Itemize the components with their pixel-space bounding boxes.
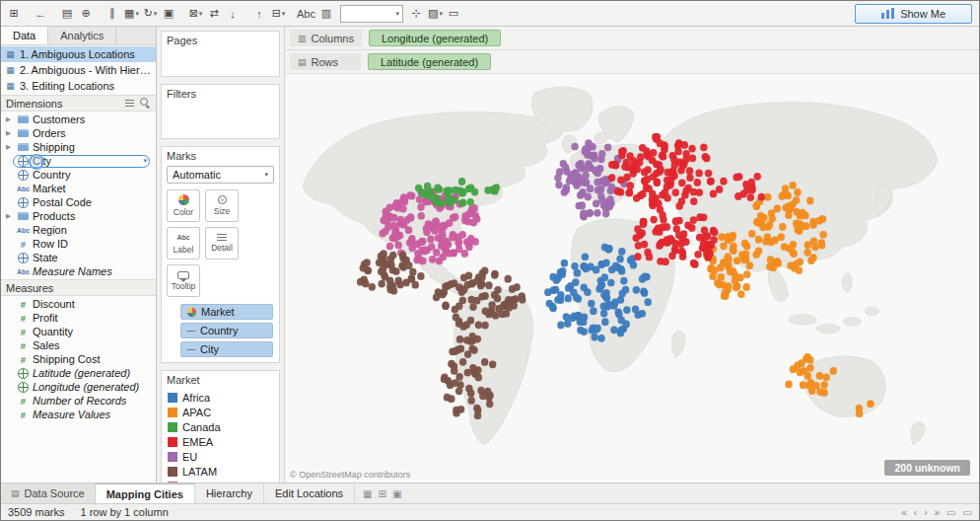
shelf-panel: Pages Filters Marks Automatic ▾ Color xyxy=(157,27,285,483)
search-icon[interactable] xyxy=(140,98,151,109)
dimension-field[interactable]: Products ▾ xyxy=(1,209,156,223)
group-members-icon[interactable]: ⊟▾ xyxy=(269,4,288,24)
field-pill[interactable]: Market xyxy=(180,304,273,320)
pill-role-icon xyxy=(187,328,196,334)
rows-shelf[interactable]: ▤ Rows Latitude (generated) xyxy=(285,50,979,74)
clear-sheet-icon[interactable]: ⊠▾ xyxy=(186,4,205,24)
worksheet-tab[interactable]: Hierarchy xyxy=(195,484,264,503)
dimension-field[interactable]: Region ▾ xyxy=(1,223,156,237)
data-source-icon: ▤ xyxy=(11,488,20,498)
measure-field[interactable]: Longitude (generated) xyxy=(1,380,156,394)
legend-item[interactable]: LATAM xyxy=(167,464,274,479)
measure-field[interactable]: Measure Values xyxy=(1,408,156,421)
data-panel-tab[interactable]: Analytics xyxy=(48,27,116,44)
legend-item[interactable]: Canada xyxy=(167,419,274,434)
dimension-field[interactable]: Country ▾ xyxy=(1,168,156,182)
data-source-tab[interactable]: ▤ Data Source xyxy=(1,484,96,503)
field-type-icon xyxy=(16,170,31,181)
show-filmstrip-icon[interactable]: ▭ xyxy=(963,507,972,518)
field-type-icon xyxy=(16,197,31,208)
legend-swatch xyxy=(168,393,177,403)
dimension-field[interactable]: City ▾ xyxy=(1,154,156,168)
measure-field[interactable]: Latitude (generated) xyxy=(1,366,156,380)
rows-shelf-label: ▤ Rows xyxy=(290,53,361,70)
dimension-field[interactable]: Orders ▾ xyxy=(1,126,156,140)
first-sheet-icon[interactable]: « xyxy=(901,507,907,518)
mark-property-button[interactable]: Tooltip xyxy=(167,264,200,297)
dimension-field[interactable]: Postal Code ▾ xyxy=(1,195,156,209)
view-area: ▥ Columns Longitude (generated) ▤ Rows L… xyxy=(285,27,979,483)
legend-item[interactable]: Africa xyxy=(167,390,274,405)
mark-type-dropdown[interactable]: Automatic ▾ xyxy=(167,166,274,184)
dimension-field[interactable]: State ▾ xyxy=(1,251,156,264)
legend-item[interactable]: APAC xyxy=(167,405,274,419)
measure-field[interactable]: Sales xyxy=(1,338,156,352)
view-list-icon[interactable] xyxy=(125,100,134,108)
swap-icon[interactable]: ⇄ xyxy=(205,4,224,24)
unknown-locations-badge[interactable]: 200 unknown xyxy=(884,460,970,476)
expand-triangle-icon[interactable] xyxy=(4,129,13,137)
undo-icon[interactable]: ← xyxy=(32,4,50,24)
show-tabs-icon[interactable]: ▭ xyxy=(946,507,955,518)
new-story-tab-icon[interactable]: ▣ xyxy=(392,488,401,499)
fix-axes-icon[interactable]: ⊹ xyxy=(407,4,426,24)
datasource-item[interactable]: ▦ 3. Editing Locations xyxy=(1,78,156,94)
expand-triangle-icon[interactable] xyxy=(4,212,13,220)
dimension-field[interactable]: Market ▾ xyxy=(1,182,156,195)
new-dashboard-tab-icon[interactable]: ⊞ xyxy=(379,488,386,499)
prev-sheet-icon[interactable]: ‹ xyxy=(914,507,917,518)
rows-pill[interactable]: Latitude (generated) xyxy=(368,53,491,70)
fit-icon[interactable]: ▥ xyxy=(317,4,336,24)
columns-shelf[interactable]: ▥ Columns Longitude (generated) xyxy=(285,27,979,50)
mark-property-button[interactable]: Label xyxy=(167,227,200,260)
new-worksheet-tab-icon[interactable]: ▦ xyxy=(363,488,372,499)
dimension-field[interactable]: Shipping ▾ xyxy=(1,140,156,154)
new-worksheet-icon[interactable]: ▦▾ xyxy=(122,4,141,24)
datasource-item[interactable]: ▦ 1. Ambiguous Locations xyxy=(1,46,156,62)
filters-card[interactable]: Filters xyxy=(161,84,280,139)
add-data-icon[interactable]: ⊕ xyxy=(77,4,96,24)
fit-combobox-input[interactable] xyxy=(344,7,395,20)
field-pill[interactable]: City xyxy=(180,341,273,357)
mark-property-button[interactable]: Color xyxy=(167,189,200,222)
save-icon[interactable]: ▤ xyxy=(58,4,77,24)
measure-field[interactable]: Number of Records xyxy=(1,394,156,408)
next-sheet-icon[interactable]: › xyxy=(924,507,927,518)
expand-triangle-icon[interactable] xyxy=(4,143,13,151)
mark-property-button[interactable]: Detail xyxy=(205,227,239,260)
sort-ascending-icon[interactable]: ↓ xyxy=(224,4,243,24)
fit-combobox[interactable]: ▾ xyxy=(340,5,403,23)
filters-title: Filters xyxy=(167,88,274,100)
measure-field[interactable]: Discount xyxy=(1,297,156,311)
tableau-logo-icon[interactable]: ⊞ xyxy=(5,4,24,24)
map-view[interactable]: © OpenStreetMap contributors 200 unknown xyxy=(285,74,979,483)
worksheet-tab[interactable]: Edit Locations xyxy=(264,484,355,503)
world-map[interactable] xyxy=(285,74,979,483)
datasource-item[interactable]: ▦ 2. Ambiguous - With Hierarchy xyxy=(1,62,156,78)
pages-card[interactable]: Pages xyxy=(161,31,280,77)
sort-descending-icon[interactable]: ↑ xyxy=(250,4,269,24)
mark-property-icon xyxy=(178,194,189,205)
dimension-field[interactable]: Measure Names ▾ xyxy=(1,264,156,278)
duplicate-sheet-icon[interactable]: ▣ xyxy=(160,4,178,24)
last-sheet-icon[interactable]: » xyxy=(935,507,941,518)
dimension-field[interactable]: Row ID ▾ xyxy=(1,237,156,251)
columns-pill[interactable]: Longitude (generated) xyxy=(369,30,501,46)
expand-triangle-icon[interactable] xyxy=(4,115,13,123)
refresh-icon[interactable]: ↻▾ xyxy=(141,4,160,24)
legend-item[interactable]: EU xyxy=(167,449,274,464)
mark-property-button[interactable]: Size xyxy=(205,189,239,222)
measure-field[interactable]: Quantity xyxy=(1,325,156,338)
field-pill[interactable]: Country xyxy=(180,323,273,338)
worksheet-tab[interactable]: Mapping Cities xyxy=(96,484,195,503)
legend-item[interactable]: EMEA xyxy=(167,434,274,449)
presentation-mode-icon[interactable]: ▭ xyxy=(445,4,463,24)
pause-updates-icon[interactable]: ∥ xyxy=(104,4,122,24)
highlight-icon[interactable]: ▨▾ xyxy=(426,4,445,24)
measure-field[interactable]: Profit xyxy=(1,311,156,325)
data-panel-tab[interactable]: Data xyxy=(1,27,48,44)
measure-field[interactable]: Shipping Cost xyxy=(1,352,156,366)
dimension-field[interactable]: Customers ▾ xyxy=(1,112,156,126)
show-mark-labels-icon[interactable]: Abc xyxy=(296,4,317,24)
show-me-button[interactable]: Show Me xyxy=(855,4,972,24)
